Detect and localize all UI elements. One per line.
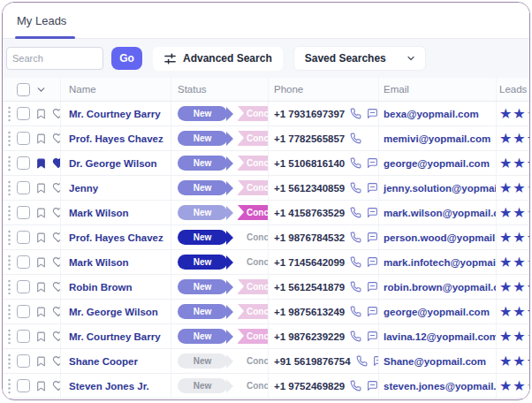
bookmark-icon[interactable] <box>35 182 47 194</box>
star-icon[interactable]: ★ <box>499 354 512 369</box>
heart-icon[interactable] <box>52 108 60 119</box>
lead-name[interactable]: Dr. George Wilson <box>69 158 157 169</box>
star-icon[interactable]: ★ <box>513 354 525 369</box>
go-button[interactable]: Go <box>111 47 142 70</box>
phone-icon[interactable] <box>350 256 361 268</box>
status-stage-new[interactable]: New <box>178 378 227 393</box>
status-stage-next[interactable]: Concepts <box>238 354 268 369</box>
lead-email[interactable]: robin.brown@yopmail.com <box>384 282 496 293</box>
phone-icon[interactable] <box>356 355 368 367</box>
row-checkbox[interactable] <box>17 255 30 269</box>
lead-name[interactable]: Mark Wilson <box>69 257 129 268</box>
sms-icon[interactable] <box>367 331 378 342</box>
row-checkbox[interactable] <box>17 305 30 318</box>
status-stage-new[interactable]: New <box>178 131 227 146</box>
phone-icon[interactable] <box>350 306 361 317</box>
status-stage-next[interactable]: Concepts <box>238 230 268 245</box>
advanced-search-button[interactable]: Advanced Search <box>153 47 283 71</box>
phone-icon[interactable] <box>350 133 361 144</box>
lead-email[interactable]: lavina.12@yopmail.com <box>384 331 496 342</box>
status-stage-new[interactable]: New <box>178 304 227 319</box>
star-icon[interactable]: ★ <box>499 132 512 146</box>
row-checkbox[interactable] <box>17 206 30 219</box>
status-stage-new[interactable]: New <box>178 180 227 195</box>
drag-handle-icon[interactable] <box>7 106 11 122</box>
header-leads-score[interactable]: Leads Score <box>496 78 529 101</box>
row-checkbox[interactable] <box>17 280 30 293</box>
heart-icon[interactable] <box>52 331 60 342</box>
star-icon[interactable]: ★ <box>513 206 525 220</box>
star-icon[interactable]: ★ <box>499 181 512 195</box>
sms-icon[interactable] <box>367 232 378 243</box>
phone-icon[interactable] <box>350 182 361 194</box>
status-stage-next[interactable]: Concepts <box>238 106 268 121</box>
heart-icon[interactable] <box>52 232 60 243</box>
lead-email[interactable]: george@yopmail.com <box>384 158 490 169</box>
star-icon[interactable]: ★ <box>527 156 529 171</box>
drag-handle-icon[interactable] <box>7 131 11 147</box>
star-icon[interactable]: ★ <box>513 255 525 270</box>
bookmark-icon[interactable] <box>35 306 47 318</box>
lead-name[interactable]: Jenny <box>69 183 98 194</box>
phone-icon[interactable] <box>350 380 361 392</box>
star-icon[interactable]: ★ <box>513 181 525 195</box>
row-checkbox[interactable] <box>17 379 30 392</box>
star-icon[interactable]: ★ <box>513 305 525 319</box>
lead-name[interactable]: Mr. Courtney Barry <box>69 331 161 342</box>
star-icon[interactable]: ★ <box>513 231 525 245</box>
lead-name[interactable]: Shane Cooper <box>69 356 138 367</box>
phone-icon[interactable] <box>350 281 361 293</box>
heart-icon[interactable] <box>52 256 60 268</box>
lead-email[interactable]: george@yopmail.com <box>384 307 490 317</box>
star-icon[interactable]: ★ <box>499 305 512 319</box>
lead-name[interactable]: Mr. Courtney Barry <box>69 109 161 119</box>
star-icon[interactable]: ★ <box>527 354 529 369</box>
sms-icon[interactable] <box>367 157 378 169</box>
sms-icon[interactable] <box>367 380 378 392</box>
status-stage-next[interactable]: Concepts <box>238 156 268 171</box>
row-checkbox[interactable] <box>17 354 30 368</box>
heart-icon[interactable] <box>52 157 60 169</box>
lead-name[interactable]: Prof. Hayes Chavez <box>69 133 163 144</box>
lead-email[interactable]: person.wood@yopmail.com <box>384 232 496 243</box>
sms-icon[interactable] <box>367 281 378 293</box>
star-icon[interactable]: ★ <box>499 280 512 294</box>
heart-icon[interactable] <box>52 306 60 317</box>
heart-icon[interactable] <box>52 182 60 194</box>
row-checkbox[interactable] <box>17 156 30 170</box>
row-checkbox[interactable] <box>17 231 30 244</box>
bookmark-icon[interactable] <box>35 232 47 244</box>
lead-name[interactable]: Mr. George Wilson <box>69 307 158 317</box>
drag-handle-icon[interactable] <box>7 329 11 345</box>
star-icon[interactable]: ★ <box>499 156 512 171</box>
status-stage-new[interactable]: New <box>178 230 227 245</box>
status-stage-next[interactable]: Concepts <box>238 205 268 220</box>
row-checkbox[interactable] <box>17 181 30 194</box>
lead-name[interactable]: Robin Brown <box>69 282 133 293</box>
star-icon[interactable]: ★ <box>527 132 529 146</box>
star-icon[interactable]: ☆ <box>527 206 529 220</box>
row-checkbox[interactable] <box>17 330 30 343</box>
drag-handle-icon[interactable] <box>7 156 11 171</box>
bookmark-icon[interactable] <box>35 281 47 293</box>
star-icon[interactable]: ☆ <box>527 255 529 270</box>
lead-name[interactable]: Mark Wilson <box>69 208 129 218</box>
status-stage-new[interactable]: New <box>178 255 227 270</box>
star-icon[interactable]: ★ <box>513 107 525 121</box>
heart-icon[interactable] <box>52 281 60 293</box>
sms-icon[interactable] <box>367 256 378 268</box>
select-all-checkbox[interactable] <box>17 83 30 96</box>
sms-icon[interactable] <box>367 306 378 317</box>
status-stage-next[interactable]: Concepts <box>238 329 268 344</box>
star-icon[interactable]: ★ <box>499 231 512 245</box>
lead-name[interactable]: Prof. Hayes Chavez <box>69 232 163 243</box>
heart-icon[interactable] <box>52 380 60 392</box>
phone-icon[interactable] <box>350 108 361 119</box>
status-stage-next[interactable]: Concepts <box>238 279 268 294</box>
bookmark-icon[interactable] <box>35 207 47 219</box>
drag-handle-icon[interactable] <box>7 180 11 196</box>
status-stage-new[interactable]: New <box>178 205 227 220</box>
status-stage-next[interactable]: Concepts <box>238 180 268 195</box>
status-stage-next[interactable]: Concepts <box>238 131 268 146</box>
phone-icon[interactable] <box>350 207 361 218</box>
